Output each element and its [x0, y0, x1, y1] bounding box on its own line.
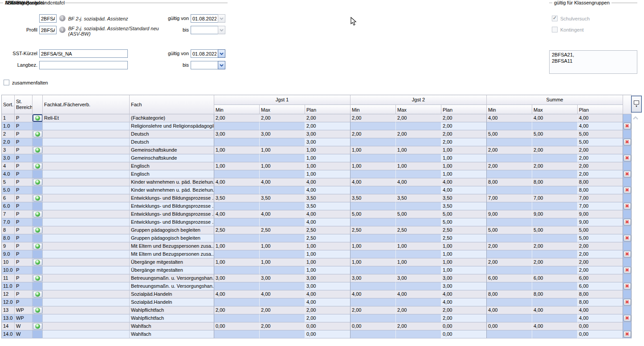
cell-fach[interactable]: Deutsch: [130, 130, 214, 138]
cell-max-jgst1[interactable]: 1,00: [260, 258, 305, 266]
cell-add[interactable]: +: [33, 210, 43, 218]
cell-min-jgst2[interactable]: 5,00: [351, 210, 396, 218]
cell-plan-summe[interactable]: 8,00: [578, 178, 623, 186]
cell-delete[interactable]: ✖: [623, 298, 632, 306]
cell-max-summe[interactable]: 2,00: [532, 162, 578, 170]
cell-plan-summe[interactable]: 2,00: [578, 162, 623, 170]
delete-row-button[interactable]: ✖: [624, 251, 631, 257]
cell-delete[interactable]: ✖: [623, 170, 632, 178]
cell-plan-jgst2[interactable]: 3,00: [441, 274, 487, 282]
cell-max-jgst2[interactable]: 2,00: [396, 130, 441, 138]
add-row-button[interactable]: +: [33, 227, 42, 233]
column-chooser-button[interactable]: ▼: [631, 96, 642, 113]
cell-plan-summe[interactable]: 2,00: [578, 266, 623, 274]
cell-max-jgst2[interactable]: 4,00: [396, 178, 441, 186]
cell-max-summe[interactable]: 7,00: [532, 194, 578, 202]
cell-plan-jgst1[interactable]: 2,00: [305, 114, 351, 122]
cell-plan-jgst2[interactable]: 1,00: [441, 266, 487, 274]
cell-delete[interactable]: ✖: [623, 154, 632, 162]
cell-plan-jgst2[interactable]: 1,00: [441, 154, 487, 162]
delete-row-button[interactable]: ✖: [624, 267, 631, 274]
cell-plan-summe[interactable]: 2,00: [578, 154, 623, 162]
cell-min-summe[interactable]: 4,00: [487, 114, 532, 122]
cell-plan-summe[interactable]: 5,00: [578, 234, 623, 242]
cell-fachkat[interactable]: [43, 130, 130, 138]
cell-max-summe[interactable]: 4,00: [532, 114, 578, 122]
cell-min-jgst2[interactable]: 3,00: [351, 274, 396, 282]
cell-max-jgst2[interactable]: 4,00: [396, 290, 441, 298]
cell-plan-jgst2[interactable]: 4,00: [441, 298, 487, 306]
cell-delete[interactable]: ✖: [623, 282, 632, 290]
cell-plan-summe[interactable]: 8,00: [578, 298, 623, 306]
cell-min-jgst1[interactable]: 4,00: [214, 178, 260, 186]
cell-min-jgst2[interactable]: 3,50: [351, 194, 396, 202]
cell-min-summe[interactable]: 9,00: [487, 210, 532, 218]
cell-max-jgst2[interactable]: 1,00: [396, 146, 441, 154]
cell-plan-jgst1[interactable]: 2,50: [305, 234, 351, 242]
cell-plan-jgst1[interactable]: 2,50: [305, 226, 351, 234]
cell-add[interactable]: +: [33, 258, 43, 266]
delete-row-button[interactable]: ✖: [624, 315, 631, 322]
cell-fach[interactable]: (Fachkategorie): [130, 114, 214, 122]
cell-delete[interactable]: ✖: [623, 218, 632, 226]
cell-max-summe[interactable]: 6,00: [532, 274, 578, 282]
cell-max-summe[interactable]: 4,00: [532, 306, 578, 314]
cell-plan-summe[interactable]: 9,00: [578, 218, 623, 226]
add-row-button[interactable]: +: [33, 259, 42, 266]
cell-fachkat[interactable]: Reli-Et: [43, 114, 130, 122]
cell-plan-jgst2[interactable]: 3,00: [441, 282, 487, 290]
cell-min-jgst1[interactable]: 1,00: [214, 242, 260, 250]
cell-plan-jgst2[interactable]: 5,00: [441, 218, 487, 226]
cell-delete[interactable]: ✖: [623, 250, 632, 258]
cell-fachkat[interactable]: [43, 322, 130, 330]
cell-max-jgst1[interactable]: 4,00: [260, 210, 305, 218]
delete-row-button[interactable]: ✖: [624, 299, 631, 306]
cell-fach[interactable]: Gruppen pädagogisch begleiten: [130, 226, 214, 234]
sst-gueltig-von-field[interactable]: [191, 49, 218, 58]
cell-plan-jgst2[interactable]: 2,00: [441, 114, 487, 122]
cell-add[interactable]: +: [33, 194, 43, 202]
cell-add[interactable]: +: [33, 242, 43, 250]
cell-min-summe[interactable]: 8,00: [487, 178, 532, 186]
cell-max-jgst1[interactable]: 1,00: [260, 242, 305, 250]
cell-max-jgst1[interactable]: 2,00: [260, 114, 305, 122]
cell-fach[interactable]: Gemeinschaftskunde: [130, 146, 214, 154]
cell-fachkat[interactable]: [43, 306, 130, 314]
cell-fachkat[interactable]: [43, 226, 130, 234]
cell-min-jgst1[interactable]: 3,50: [214, 194, 260, 202]
cell-min-jgst1[interactable]: 4,00: [214, 290, 260, 298]
cell-plan-jgst1[interactable]: 1,00: [305, 146, 351, 154]
cell-max-jgst1[interactable]: 3,00: [260, 274, 305, 282]
cell-plan-jgst1[interactable]: 1,00: [305, 154, 351, 162]
cell-min-jgst1[interactable]: 4,00: [214, 210, 260, 218]
cell-plan-jgst1[interactable]: 1,00: [305, 266, 351, 274]
cell-plan-summe[interactable]: 8,00: [578, 290, 623, 298]
cell-max-jgst1[interactable]: 3,50: [260, 194, 305, 202]
cell-max-summe[interactable]: 4,00: [532, 322, 578, 330]
delete-row-button[interactable]: ✖: [624, 283, 631, 290]
cell-plan-jgst1[interactable]: 4,00: [305, 298, 351, 306]
cell-plan-summe[interactable]: 2,00: [578, 242, 623, 250]
cell-max-jgst1[interactable]: 1,00: [260, 146, 305, 154]
cell-plan-jgst1[interactable]: 3,00: [305, 138, 351, 146]
langbez-field[interactable]: [39, 61, 128, 69]
cell-min-jgst2[interactable]: 4,00: [351, 290, 396, 298]
add-row-button[interactable]: +: [33, 131, 42, 137]
cell-plan-jgst2[interactable]: 2,00: [441, 138, 487, 146]
cell-max-jgst1[interactable]: 2,50: [260, 226, 305, 234]
cell-plan-summe[interactable]: 6,00: [578, 274, 623, 282]
cell-max-jgst2[interactable]: 2,00: [396, 114, 441, 122]
delete-row-button[interactable]: ✖: [624, 331, 631, 338]
delete-row-button[interactable]: ✖: [624, 203, 631, 209]
cell-plan-jgst2[interactable]: 3,50: [441, 194, 487, 202]
cell-plan-jgst1[interactable]: 4,00: [305, 178, 351, 186]
cell-max-jgst2[interactable]: 1,00: [396, 258, 441, 266]
cell-min-jgst1[interactable]: 2,50: [214, 226, 260, 234]
cell-min-summe[interactable]: 5,00: [487, 130, 532, 138]
cell-plan-jgst2[interactable]: 1,00: [441, 170, 487, 178]
cell-plan-jgst1[interactable]: 4,00: [305, 218, 351, 226]
add-row-button[interactable]: +: [33, 243, 42, 249]
cell-plan-summe[interactable]: 8,00: [578, 186, 623, 194]
profil-field[interactable]: [39, 26, 57, 34]
cell-plan-jgst1[interactable]: 3,00: [305, 274, 351, 282]
